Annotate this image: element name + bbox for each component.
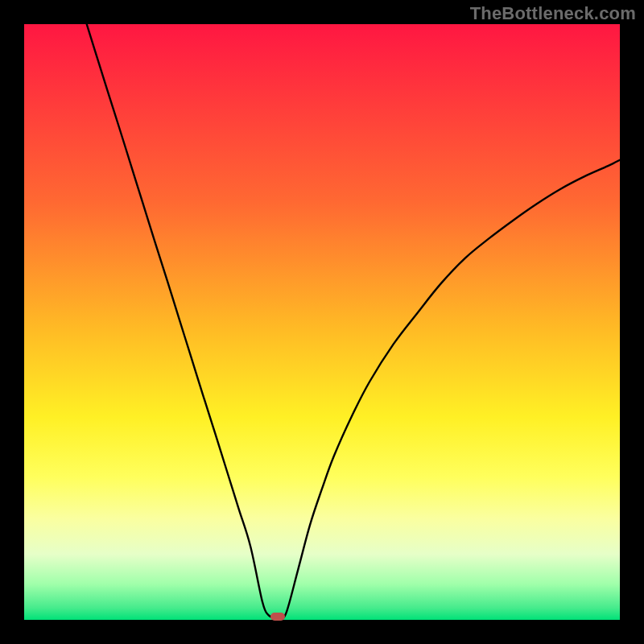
plot-area xyxy=(24,24,620,620)
curve-left-branch xyxy=(87,24,275,617)
minimum-marker xyxy=(270,613,285,621)
watermark-text: TheBottleneck.com xyxy=(470,3,636,24)
chart-frame: TheBottleneck.com xyxy=(0,0,644,644)
bottleneck-curve xyxy=(24,24,620,620)
curve-right-branch xyxy=(280,160,620,618)
